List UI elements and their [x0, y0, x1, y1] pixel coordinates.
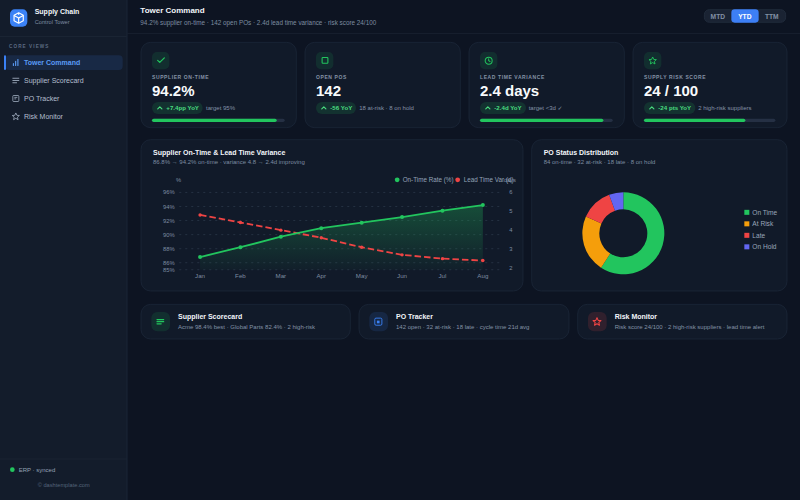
svg-text:At Risk: At Risk	[752, 220, 774, 227]
svg-text:Jun: Jun	[397, 272, 408, 279]
svg-text:Mar: Mar	[275, 272, 286, 279]
svg-text:Jan: Jan	[195, 272, 206, 279]
svg-text:Feb: Feb	[235, 272, 246, 279]
svg-text:On Hold: On Hold	[752, 243, 777, 250]
svg-text:Late: Late	[752, 231, 765, 238]
svg-text:94%: 94%	[163, 203, 175, 209]
svg-text:96%: 96%	[163, 189, 175, 195]
svg-text:85%: 85%	[163, 266, 175, 272]
svg-text:88%: 88%	[163, 245, 175, 251]
svg-text:92%: 92%	[163, 217, 175, 223]
svg-text:On-Time Rate (%): On-Time Rate (%)	[402, 176, 453, 184]
svg-text:2: 2	[509, 265, 512, 271]
svg-text:Lead Time Var (d): Lead Time Var (d)	[463, 176, 513, 184]
svg-text:6: 6	[509, 189, 512, 195]
svg-text:Jul: Jul	[438, 272, 446, 279]
svg-text:86%: 86%	[163, 259, 175, 265]
svg-text:90%: 90%	[163, 231, 175, 237]
svg-text:4: 4	[509, 227, 513, 233]
svg-text:On Time: On Time	[752, 208, 777, 215]
svg-text:Aug: Aug	[477, 272, 489, 279]
svg-text:Apr: Apr	[316, 272, 326, 279]
svg-text:5: 5	[509, 208, 512, 214]
svg-text:May: May	[355, 272, 368, 279]
svg-text:%: %	[176, 177, 181, 183]
svg-text:3: 3	[509, 246, 512, 252]
